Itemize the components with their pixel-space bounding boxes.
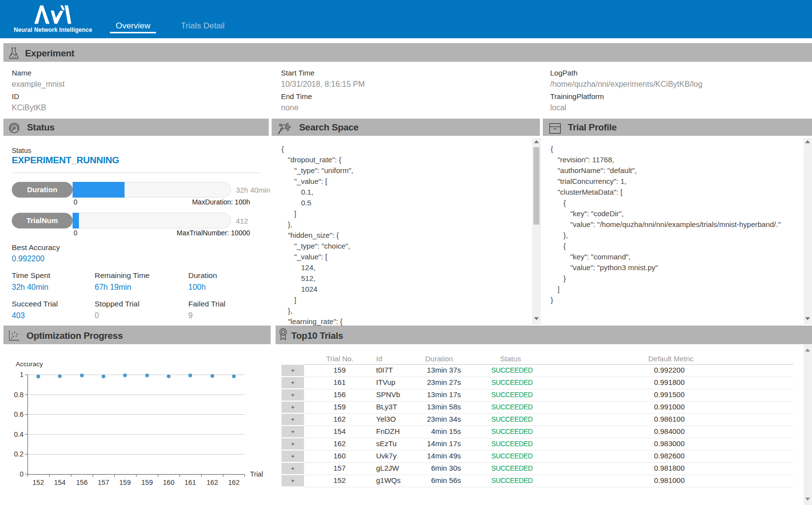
svg-text:0: 0 bbox=[20, 470, 24, 478]
svg-text:152: 152 bbox=[32, 479, 44, 486]
svg-text:0.8: 0.8 bbox=[14, 391, 24, 399]
svg-text:162: 162 bbox=[228, 479, 240, 486]
svg-text:0.4: 0.4 bbox=[14, 430, 24, 438]
svg-text:1: 1 bbox=[20, 371, 24, 379]
svg-text:Trial: Trial bbox=[250, 470, 263, 478]
svg-text:159: 159 bbox=[141, 479, 153, 486]
svg-text:160: 160 bbox=[163, 479, 175, 486]
svg-text:154: 154 bbox=[54, 479, 66, 486]
svg-text:0.6: 0.6 bbox=[14, 410, 24, 418]
svg-text:157: 157 bbox=[98, 479, 109, 486]
svg-text:159: 159 bbox=[119, 479, 131, 486]
svg-text:156: 156 bbox=[76, 479, 88, 486]
svg-text:162: 162 bbox=[206, 479, 218, 486]
svg-text:0.2: 0.2 bbox=[14, 450, 24, 458]
svg-text:161: 161 bbox=[184, 479, 196, 486]
